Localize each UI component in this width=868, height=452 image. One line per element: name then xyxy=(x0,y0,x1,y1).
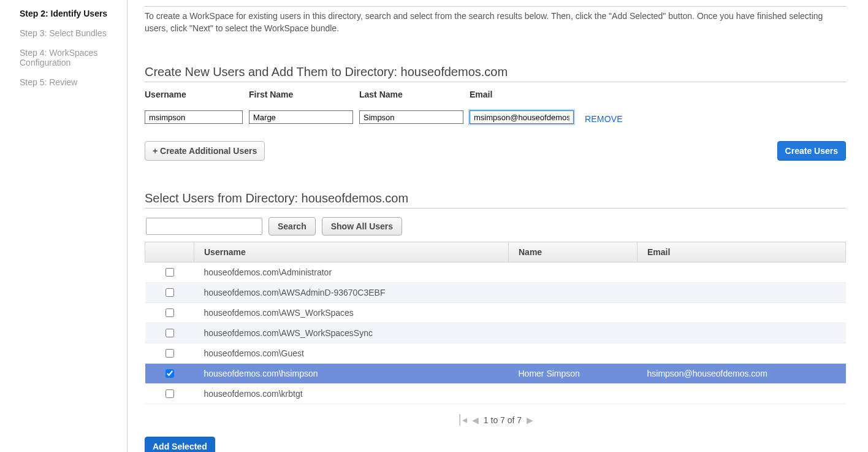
table-row[interactable]: houseofdemos.com\AWSAdminD-93670C3EBF xyxy=(145,283,846,303)
cell-username: houseofdemos.com\Guest xyxy=(194,343,509,364)
row-checkbox[interactable] xyxy=(166,349,174,358)
add-selected-button[interactable]: Add Selected xyxy=(145,437,215,452)
cell-name xyxy=(509,384,638,404)
new-user-form-row: Username First Name Last Name Email REMO… xyxy=(145,90,846,124)
cell-username: houseofdemos.com\hsimpson xyxy=(194,364,509,384)
cell-username: houseofdemos.com\AWS_WorkSpaces xyxy=(194,303,509,323)
select-users-heading: Select Users from Directory: houseofdemo… xyxy=(145,191,846,209)
create-users-heading: Create New Users and Add Them to Directo… xyxy=(145,65,846,82)
pager: ⎮◂ ◀ 1 to 7 of 7 ▶ xyxy=(145,414,846,426)
cell-email xyxy=(638,323,846,343)
input-last-name[interactable] xyxy=(359,110,463,124)
intro-text: To create a WorkSpace for existing users… xyxy=(145,10,846,34)
row-checkbox[interactable] xyxy=(166,288,174,297)
wizard-sidebar: Step 2: Identify Users Step 3: Select Bu… xyxy=(0,0,128,452)
cell-email: hsimpson@houseofdemos.com xyxy=(638,364,846,384)
sidebar-step-workspaces-configuration[interactable]: Step 4: WorkSpaces Configuration xyxy=(20,43,118,72)
remove-user-link[interactable]: REMOVE xyxy=(585,114,623,124)
cell-email xyxy=(638,303,846,323)
directory-users-table: Username Name Email houseofdemos.com\Adm… xyxy=(145,242,846,404)
pager-text: 1 to 7 of 7 xyxy=(484,415,522,425)
pager-first-icon[interactable]: ⎮◂ xyxy=(457,414,467,426)
col-email[interactable]: Email xyxy=(638,242,846,262)
input-username[interactable] xyxy=(145,110,243,124)
input-first-name[interactable] xyxy=(249,110,353,124)
cell-name xyxy=(509,283,638,303)
create-users-button[interactable]: Create Users xyxy=(777,141,846,161)
cell-name xyxy=(509,262,638,283)
table-row[interactable]: houseofdemos.com\AWS_WorkSpacesSync xyxy=(145,323,846,343)
search-button[interactable]: Search xyxy=(268,217,316,236)
cell-username: houseofdemos.com\AWSAdminD-93670C3EBF xyxy=(194,283,509,303)
row-checkbox[interactable] xyxy=(166,369,174,378)
cell-email xyxy=(638,384,846,404)
main-content: To create a WorkSpace for existing users… xyxy=(128,0,863,452)
row-checkbox[interactable] xyxy=(166,268,174,277)
row-checkbox[interactable] xyxy=(166,329,174,337)
cell-email xyxy=(638,283,846,303)
create-additional-users-button[interactable]: + Create Additional Users xyxy=(145,141,265,161)
select-heading-prefix: Select Users from Directory: xyxy=(145,191,302,205)
input-email[interactable] xyxy=(470,110,574,124)
show-all-users-button[interactable]: Show All Users xyxy=(322,217,402,236)
cell-username: houseofdemos.com\krbtgt xyxy=(194,384,509,404)
pager-prev-icon[interactable]: ◀ xyxy=(472,415,479,425)
table-row[interactable]: houseofdemos.com\AWS_WorkSpaces xyxy=(145,303,846,323)
table-row[interactable]: houseofdemos.com\hsimpsonHomer Simpsonhs… xyxy=(145,364,846,384)
cell-name xyxy=(509,303,638,323)
table-row[interactable]: houseofdemos.com\Guest xyxy=(145,343,846,364)
row-checkbox[interactable] xyxy=(166,389,174,398)
create-heading-directory: houseofdemos.com xyxy=(401,65,508,79)
label-username: Username xyxy=(145,90,243,99)
table-row[interactable]: houseofdemos.com\Administrator xyxy=(145,262,846,283)
page-title xyxy=(145,0,846,4)
cell-name xyxy=(509,323,638,343)
sidebar-step-select-bundles[interactable]: Step 3: Select Bundles xyxy=(20,23,118,43)
cell-name: Homer Simpson xyxy=(509,364,638,384)
directory-search-input[interactable] xyxy=(146,218,262,235)
col-checkbox xyxy=(145,242,194,262)
label-email: Email xyxy=(470,90,574,99)
cell-email xyxy=(638,343,846,364)
col-name[interactable]: Name xyxy=(509,242,638,262)
cell-name xyxy=(509,343,638,364)
label-last-name: Last Name xyxy=(359,90,463,99)
sidebar-step-identify-users[interactable]: Step 2: Identify Users xyxy=(20,4,118,23)
col-username[interactable]: Username xyxy=(194,242,509,262)
select-heading-directory: houseofdemos.com xyxy=(302,191,409,205)
sidebar-step-review[interactable]: Step 5: Review xyxy=(20,72,118,92)
cell-username: houseofdemos.com\AWS_WorkSpacesSync xyxy=(194,323,509,343)
row-checkbox[interactable] xyxy=(166,308,174,317)
label-first-name: First Name xyxy=(249,90,353,99)
create-heading-prefix: Create New Users and Add Them to Directo… xyxy=(145,65,401,79)
table-row[interactable]: houseofdemos.com\krbtgt xyxy=(145,384,846,404)
cell-email xyxy=(638,262,846,283)
pager-next-icon[interactable]: ▶ xyxy=(527,415,533,425)
cell-username: houseofdemos.com\Administrator xyxy=(194,262,509,283)
